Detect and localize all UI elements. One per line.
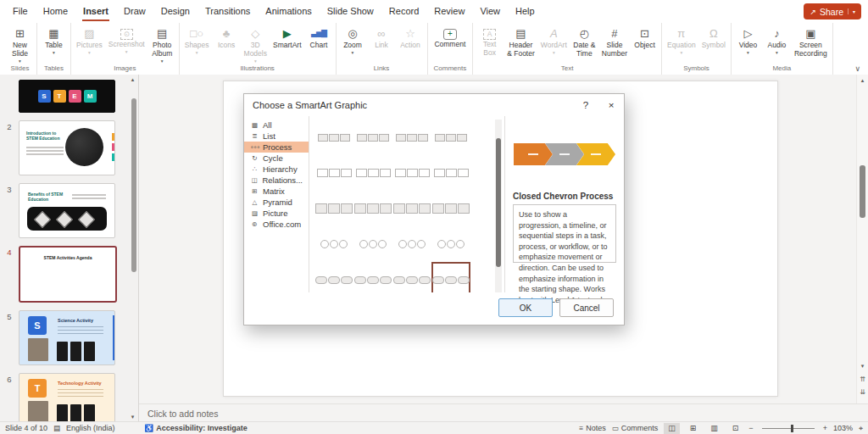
dialog-help-button[interactable]: ? [573, 94, 598, 116]
slide-thumbnail-benefits[interactable]: Benefits of STEM Education [19, 183, 115, 238]
zoom-slider-thumb[interactable] [791, 425, 793, 432]
panel-scroll-down-icon[interactable]: ▾ [129, 414, 136, 420]
collapse-ribbon-icon[interactable]: ∨ [854, 64, 860, 73]
panel-scrollbar-thumb[interactable] [131, 98, 136, 272]
comments-toggle[interactable]: ▭ Comments [612, 424, 659, 432]
table-dropdown-icon[interactable]: ▾ [53, 50, 55, 55]
reading-view-button[interactable]: ▥ [706, 423, 722, 434]
scrollbar-thumb[interactable] [860, 165, 865, 218]
cancel-button[interactable]: Cancel [559, 298, 614, 317]
smartart-thumbnail-16[interactable] [431, 226, 470, 262]
slide-thumbnail-science[interactable]: SScience Activity [19, 310, 115, 365]
menu-file[interactable]: File [5, 1, 36, 22]
share-dropdown-icon[interactable]: ▾ [848, 8, 855, 14]
zoom-out-button[interactable]: − [748, 424, 753, 432]
table-button[interactable]: ▦Table▾ [40, 25, 68, 64]
slide-sorter-view-button[interactable]: ⊞ [686, 423, 701, 434]
menu-slide-show[interactable]: Slide Show [320, 1, 381, 22]
object-button[interactable]: ⊡Object [631, 25, 659, 64]
smartart-thumbnail-1[interactable] [314, 120, 353, 155]
smartart-thumbnail-7[interactable] [392, 155, 431, 191]
zoom-in-button[interactable]: + [823, 424, 827, 432]
share-button[interactable]: ↗ Share ▾ [804, 3, 861, 19]
category-process[interactable]: ∘∘∘Process [244, 142, 309, 153]
notes-pane[interactable]: Click to add notes [139, 403, 868, 422]
menu-draw[interactable]: Draw [116, 1, 153, 22]
smartart-thumbnail-18[interactable] [353, 262, 392, 292]
fit-to-window-icon[interactable]: ⌖ [859, 424, 863, 433]
photo-album-button[interactable]: ▤Photo Album▾ [148, 25, 176, 64]
menu-home[interactable]: Home [36, 1, 75, 22]
slide-thumbnail-agenda[interactable]: STEM Activities Agenda [19, 246, 117, 303]
chart-button[interactable]: ▃▅▇Chart [305, 25, 333, 64]
smartart-thumbnail-13[interactable] [314, 226, 353, 262]
ok-button[interactable]: OK [498, 298, 553, 317]
scroll-up-icon[interactable]: ▴ [857, 77, 868, 84]
category-cycle[interactable]: ↻Cycle [244, 153, 309, 164]
category-all[interactable]: ▩All [244, 120, 309, 131]
smartart-thumbnail-11[interactable] [392, 191, 431, 226]
gallery-scrollbar[interactable] [495, 120, 502, 292]
category-pyramid[interactable]: △Pyramid [244, 197, 309, 208]
menu-record[interactable]: Record [381, 1, 426, 22]
zoom-percent[interactable]: 103% [833, 424, 853, 432]
smartart-thumbnail-3[interactable] [392, 120, 431, 155]
header-footer-button[interactable]: ▤Header & Footer [504, 25, 537, 64]
menu-design[interactable]: Design [153, 1, 198, 22]
smartart-thumbnail-17[interactable] [314, 262, 353, 292]
smartart-thumbnail-15[interactable] [392, 226, 431, 262]
smartart-thumbnail-20[interactable] [431, 262, 470, 292]
spellcheck-icon[interactable]: ▤ [53, 424, 60, 432]
video-button[interactable]: ▷Video▾ [734, 25, 762, 64]
smartart-button[interactable]: ▶SmartArt [270, 25, 304, 64]
smartart-thumbnail-10[interactable] [353, 191, 392, 226]
date-time-button[interactable]: ◴Date & Time [570, 25, 598, 64]
menu-review[interactable]: Review [426, 1, 472, 22]
gallery-scrollbar-thumb[interactable] [496, 138, 501, 267]
slide-thumbnail-intro[interactable]: Introduction to STEM Education [19, 120, 115, 175]
smartart-thumbnail-6[interactable] [353, 155, 392, 191]
panel-scroll-up-icon[interactable]: ▴ [129, 76, 136, 83]
menu-help[interactable]: Help [508, 1, 542, 22]
smartart-thumbnail-4[interactable] [431, 120, 470, 155]
smartart-thumbnail-2[interactable] [353, 120, 392, 155]
category-office-com[interactable]: ⊚Office.com [244, 219, 309, 230]
slide-thumbnail-stem[interactable]: STEM [19, 80, 115, 113]
slide-thumbnail-tech[interactable]: TTechnology Activity [19, 373, 115, 422]
category-matrix[interactable]: ⊞Matrix [244, 186, 309, 197]
smartart-thumbnail-19[interactable] [392, 262, 431, 292]
smartart-thumbnail-9[interactable] [314, 191, 353, 226]
smartart-thumbnail-12[interactable] [431, 191, 470, 226]
normal-view-button[interactable]: ◫ [664, 423, 680, 434]
smartart-thumbnail-5[interactable] [314, 155, 353, 191]
menu-transitions[interactable]: Transitions [198, 1, 258, 22]
next-slide-icon[interactable]: ⇊ [857, 388, 868, 396]
category-hierarchy[interactable]: ∴Hierarchy [244, 164, 309, 175]
notes-toggle[interactable]: ≡ Notes [579, 424, 605, 432]
category-relations[interactable]: ◫Relations... [244, 175, 309, 186]
menu-view[interactable]: View [472, 1, 508, 22]
comment-button[interactable]: +Comment [431, 25, 468, 64]
slideshow-button[interactable]: ⊡ [728, 423, 743, 434]
video-dropdown-icon[interactable]: ▾ [747, 50, 749, 55]
zoom-dropdown-icon[interactable]: ▾ [352, 50, 354, 55]
dialog-title-bar[interactable]: Choose a SmartArt Graphic ? × [244, 94, 624, 116]
zoom-slider[interactable] [762, 428, 815, 429]
previous-slide-icon[interactable]: ⇈ [857, 376, 868, 383]
slide-thumbnail-row-2[interactable]: 2Introduction to STEM Education [0, 120, 128, 175]
dialog-close-button[interactable]: × [598, 94, 624, 116]
slide-number-button[interactable]: #Slide Number [599, 25, 630, 64]
menu-animations[interactable]: Animations [258, 1, 319, 22]
new-slide-button[interactable]: ⊞New Slide▾ [6, 25, 34, 64]
slide-thumbnail-row-6[interactable]: 6TTechnology Activity [0, 373, 128, 422]
smartart-thumbnail-8[interactable] [431, 155, 470, 191]
vertical-scrollbar[interactable]: ▴ ▾ ⇈ ⇊ [856, 75, 868, 403]
menu-insert[interactable]: Insert [75, 1, 116, 22]
slide-thumbnail-row-3[interactable]: 3Benefits of STEM Education [0, 183, 128, 238]
scroll-down-icon[interactable]: ▾ [857, 363, 868, 370]
slide-thumbnail-row-5[interactable]: 5SScience Activity [0, 310, 128, 365]
category-list[interactable]: ≣List [244, 131, 309, 142]
slide-thumbnail-row-1[interactable]: STEM [0, 80, 128, 113]
screen-recording-button[interactable]: ▣Screen Recording [792, 25, 830, 64]
language-indicator[interactable]: English (India) [66, 424, 115, 432]
